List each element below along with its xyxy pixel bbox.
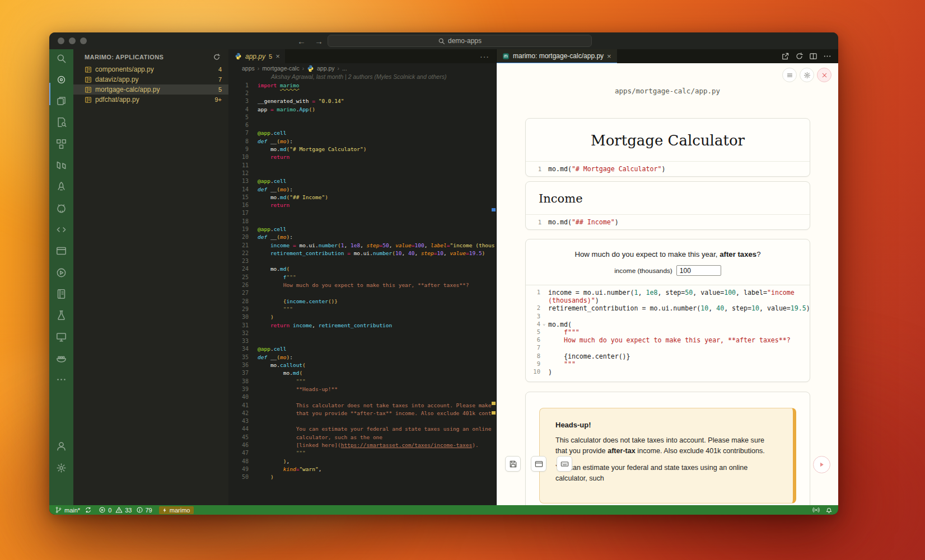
git-branch-item[interactable]: main* (55, 506, 92, 514)
activity-item-copy[interactable] (49, 92, 73, 111)
account-icon (56, 441, 67, 451)
notifications-bell-icon[interactable] (825, 506, 833, 514)
close-tab-icon[interactable]: × (607, 52, 611, 60)
overview-ruler-mark (492, 402, 496, 405)
close-tab-icon[interactable]: × (275, 52, 280, 60)
activity-item-marimo[interactable] (49, 70, 73, 89)
play-icon (818, 461, 825, 468)
tab-app-py[interactable]: app.py 5 × (228, 49, 285, 63)
file-row-components[interactable]: components/app.py4 (73, 64, 228, 74)
minimize-window-button[interactable] (69, 37, 76, 44)
rocket-icon (56, 181, 67, 192)
file-row-dataviz[interactable]: dataviz/app.py7 (73, 74, 228, 84)
activity-item-window[interactable] (49, 242, 73, 261)
code-line: 9 mo.md("# Mortgage Calculator") (228, 145, 496, 153)
broadcast-icon[interactable] (812, 506, 820, 514)
app-title: Mortgage Calculator (526, 119, 810, 161)
code-editor[interactable]: 1import marimo23__generated_with = "0.0.… (228, 81, 496, 505)
activity-item-search[interactable] (49, 49, 73, 68)
layout-sidebar-left-icon[interactable] (781, 36, 789, 45)
code-line: 3__generated_with = "0.0.14" (228, 97, 496, 105)
fold-chevron-icon[interactable]: ⌄ (543, 321, 548, 328)
open-external-icon[interactable] (781, 52, 789, 60)
code-line: 27 (228, 289, 496, 297)
history-back-icon[interactable]: ← (297, 36, 306, 46)
activity-item-pipeline[interactable] (49, 156, 73, 175)
breadcrumb-symbol[interactable]: ... (342, 65, 347, 72)
activity-item-components[interactable] (49, 134, 73, 153)
notebook-file-icon (85, 76, 92, 83)
activity-item-rocket[interactable] (49, 177, 73, 196)
file-row-mortgage-calc[interactable]: mortgage-calc/app.py5 (73, 84, 228, 95)
activity-item-file-search[interactable] (49, 113, 73, 132)
history-forward-icon[interactable]: → (315, 36, 323, 46)
info-icon (136, 506, 143, 514)
activity-item-more[interactable] (49, 370, 73, 389)
reload-icon[interactable] (795, 52, 803, 60)
code-line: 46 [linked here](https://smartasset.com/… (228, 441, 496, 449)
code-icon (56, 224, 67, 235)
activity-item-account[interactable] (49, 436, 73, 455)
code-line: 7@app.cell (228, 129, 496, 137)
search-icon (56, 53, 67, 64)
close-window-button[interactable] (58, 37, 64, 44)
cell-code-title[interactable]: 1 mo.md("# Mortgage Calculator") (526, 161, 810, 176)
code-line: 36 mo.callout( (228, 361, 496, 369)
split-editor-icon[interactable] (809, 52, 817, 60)
activity-item-beaker[interactable] (49, 306, 73, 325)
file-search-icon (56, 117, 67, 128)
activity-item-docker[interactable] (49, 349, 73, 368)
code-line: 48 ), (228, 457, 496, 465)
code-line: 4app = marimo.App() (228, 105, 496, 113)
overview-ruler-mark (492, 208, 496, 211)
activity-item-notebook[interactable] (49, 285, 73, 304)
app-shutdown-button[interactable] (817, 68, 831, 82)
activity-item-github[interactable] (49, 199, 73, 218)
run-cell-button[interactable] (813, 456, 830, 473)
error-count: 0 (108, 507, 111, 514)
activity-item-code[interactable] (49, 220, 73, 239)
breadcrumb-app-py[interactable]: app.py (317, 65, 335, 72)
activity-item-gear[interactable] (49, 458, 73, 477)
tab-problem-badge: 5 (269, 53, 272, 60)
breadcrumb-apps[interactable]: apps (242, 65, 255, 72)
cell-code-question[interactable]: 1income = mo.ui.number(1, 1e8, step=50, … (526, 285, 810, 382)
branch-label: main* (64, 507, 80, 514)
vscode-window: ← → demo-apps MARIMO: APPLICATIONS compo… (49, 32, 838, 515)
layout-sidebar-right-icon[interactable] (809, 36, 817, 45)
zoom-window-button[interactable] (80, 37, 87, 44)
code-line: 9 """ (526, 360, 810, 368)
cell-card-title: Mortgage Calculator 1 mo.md("# Mortgage … (525, 118, 810, 177)
file-row-pdfchat[interactable]: pdfchat/app.py9+ (73, 95, 228, 105)
editor-actions-more-icon[interactable]: ··· (480, 49, 496, 63)
layout-panel-icon[interactable] (795, 36, 803, 45)
code-line: 37 mo.md( (228, 369, 496, 377)
code-line: 49 kind="warn", (228, 465, 496, 473)
search-icon (438, 37, 445, 45)
refresh-icon[interactable] (213, 53, 221, 61)
layout-customize-icon[interactable] (823, 36, 831, 45)
keyboard-button[interactable] (557, 456, 572, 472)
app-settings-button[interactable] (800, 68, 814, 82)
command-center-search[interactable]: demo-apps (328, 35, 592, 47)
tab-marimo-webview[interactable]: marimo: mortgage-calc/app.py × (497, 49, 617, 63)
activity-item-devices[interactable] (49, 327, 73, 346)
code-line: 28 {income.center()} (228, 297, 496, 305)
code-line: 14def __(mo): (228, 185, 496, 193)
overview-ruler-mark (492, 411, 496, 415)
activity-item-play-circle[interactable] (49, 263, 73, 282)
income-input[interactable] (676, 265, 721, 276)
marimo-status-item[interactable]: marimo (159, 506, 194, 514)
problems-item[interactable]: 0 33 79 (99, 506, 152, 514)
code-line: 10 return (228, 153, 496, 161)
warning-icon (115, 506, 123, 514)
code-line: 16 return (228, 201, 496, 209)
cell-code-income[interactable]: 1 mo.md("## Income") (526, 214, 810, 229)
breadcrumb-mortgage-calc[interactable]: mortgage-calc (262, 65, 300, 72)
more-icon[interactable] (823, 52, 831, 60)
sidebar: MARIMO: APPLICATIONS components/app.py4d… (73, 49, 228, 505)
code-line: 19@app.cell (228, 225, 496, 233)
window-button[interactable] (531, 456, 546, 472)
app-menu-button[interactable] (782, 68, 797, 82)
save-button[interactable] (505, 456, 521, 472)
